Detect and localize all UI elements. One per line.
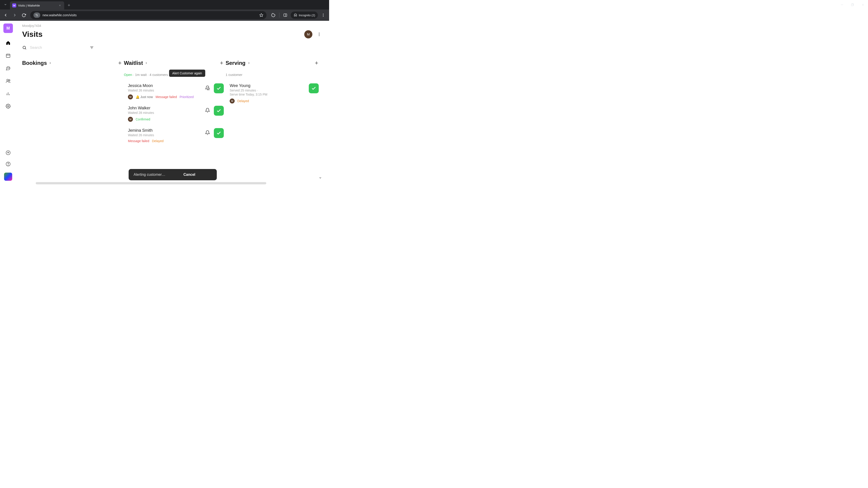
new-tab-button[interactable]: [66, 2, 72, 8]
incognito-icon: [293, 13, 298, 17]
sidebar: M: [0, 21, 16, 184]
reload-button[interactable]: [20, 11, 28, 19]
complete-button[interactable]: [309, 84, 319, 93]
serving-card[interactable]: Wee Young Served 25 minutes · Serve time…: [225, 80, 320, 107]
svg-point-10: [37, 15, 38, 16]
waitlist-status-rest: · 1m wait · 4 customers: [132, 73, 168, 76]
serving-list: Wee Young Served 25 minutes · Serve time…: [225, 80, 320, 166]
settings-icon[interactable]: [5, 103, 11, 109]
svg-point-37: [23, 46, 26, 49]
analytics-icon[interactable]: [5, 91, 11, 96]
waitlist-list: Jessica Moon Waited 26 minutes M 🔔Just n…: [124, 80, 225, 166]
home-icon[interactable]: [5, 40, 11, 46]
alert-tooltip: Alert Customer again: [169, 70, 205, 77]
svg-point-8: [36, 14, 36, 15]
bookings-header[interactable]: Bookings: [22, 60, 52, 66]
add-serving-button[interactable]: +: [315, 59, 318, 66]
toolbar-divider: [279, 13, 279, 18]
close-tab-icon[interactable]: [58, 3, 62, 7]
waitlist-column: Waitlist + Open · 1m wait · 4 customers …: [124, 59, 225, 166]
message-failed-tag: Message failed: [156, 95, 177, 99]
horizontal-scrollbar[interactable]: [36, 182, 266, 184]
more-menu-icon[interactable]: [316, 32, 322, 37]
chevron-down-icon[interactable]: [319, 176, 322, 180]
waitlist-card[interactable]: John Walker Waited 28 minutes M Confirme…: [124, 103, 225, 125]
delayed-tag: Delayed: [237, 99, 249, 103]
chevron-right-icon: [247, 61, 250, 65]
waitlist-status-open: Open: [124, 73, 132, 76]
serving-column: Serving + 1 customer Wee Young Served 25…: [225, 59, 320, 166]
add-booking-button[interactable]: +: [118, 59, 122, 66]
prioritized-tag: Prioritized: [180, 95, 193, 99]
alert-bell-button[interactable]: [203, 106, 212, 115]
toast-cancel-button[interactable]: Cancel: [184, 173, 195, 177]
incognito-chip[interactable]: Incognito (2): [291, 11, 318, 19]
chevron-right-icon: [145, 61, 148, 65]
calendar-icon[interactable]: [5, 53, 11, 58]
sidepanel-icon[interactable]: [281, 11, 289, 19]
customer-name: Jemina Smith: [128, 128, 201, 133]
toast-message: Alerting customer…: [133, 173, 165, 177]
wait-time: Waited 28 minutes: [128, 111, 201, 115]
serve-button[interactable]: [214, 106, 224, 116]
waitlist-card[interactable]: Jemina Smith Waited 26 minutes Message f…: [124, 125, 225, 146]
wait-time: Waited 26 minutes: [128, 133, 201, 137]
alert-bell-button[interactable]: [203, 128, 212, 137]
forward-button[interactable]: [11, 11, 19, 19]
bookings-column: Bookings +: [22, 59, 124, 166]
page-title: Visits: [22, 30, 304, 39]
svg-line-38: [25, 48, 26, 49]
svg-point-16: [323, 15, 324, 15]
user-avatar[interactable]: M: [304, 30, 312, 38]
people-icon[interactable]: [5, 78, 11, 84]
alert-status: 🔔Just now: [135, 95, 153, 99]
alert-bell-button[interactable]: [203, 84, 212, 92]
serving-title: Serving: [225, 60, 246, 66]
back-button[interactable]: [2, 11, 9, 19]
url-bar[interactable]: new.waitwhile.com/visits: [30, 11, 267, 19]
assignee-avatar: M: [230, 98, 235, 103]
search-icon[interactable]: [22, 45, 27, 50]
extensions-icon[interactable]: [269, 11, 277, 19]
upgrade-icon[interactable]: [5, 150, 11, 156]
customer-name: Jessica Moon: [128, 84, 201, 88]
filter-icon[interactable]: [90, 45, 94, 50]
browser-tab[interactable]: Visits | Waitwhile: [10, 1, 64, 9]
chat-icon[interactable]: [5, 66, 11, 71]
add-waitlist-button[interactable]: +: [220, 59, 223, 66]
serve-button[interactable]: [214, 128, 224, 138]
chrome-menu-icon[interactable]: [319, 11, 327, 19]
delayed-tag: Delayed: [152, 139, 163, 143]
tabs-dropdown[interactable]: [2, 1, 9, 8]
message-failed-tag: Message failed: [128, 139, 149, 143]
svg-point-33: [8, 165, 8, 165]
waitlist-card[interactable]: Jessica Moon Waited 26 minutes M 🔔Just n…: [124, 80, 225, 103]
waitlist-title: Waitlist: [124, 60, 143, 66]
svg-rect-13: [284, 14, 287, 17]
site-info-icon[interactable]: [33, 12, 40, 18]
svg-point-26: [9, 80, 10, 81]
serve-button[interactable]: [214, 84, 224, 93]
workspace-logo-letter: M: [6, 26, 10, 31]
url-text: new.waitwhile.com/visits: [42, 13, 259, 17]
customer-name: Wee Young: [230, 84, 307, 88]
star-icon[interactable]: [259, 13, 264, 17]
waitlist-header[interactable]: Waitlist: [124, 60, 148, 66]
svg-point-23: [8, 68, 8, 68]
serve-time: Serve time Today, 3:15 PM: [230, 93, 307, 96]
workspace-logo[interactable]: M: [3, 24, 13, 33]
svg-point-25: [7, 79, 8, 81]
svg-rect-18: [6, 54, 10, 58]
breadcrumb[interactable]: Moodjoy7434: [22, 24, 329, 28]
svg-point-35: [319, 34, 319, 35]
alert-toast: Alerting customer… Cancel: [129, 169, 217, 180]
svg-point-34: [319, 33, 319, 33]
tab-title: Visits | Waitwhile: [18, 4, 58, 7]
assignee-avatar: M: [128, 117, 133, 122]
search-input[interactable]: [30, 45, 84, 50]
svg-point-30: [7, 105, 9, 107]
serving-header[interactable]: Serving: [225, 60, 250, 66]
wait-time: Waited 26 minutes: [128, 89, 201, 92]
help-icon[interactable]: [5, 161, 11, 167]
profile-image[interactable]: [4, 173, 12, 181]
